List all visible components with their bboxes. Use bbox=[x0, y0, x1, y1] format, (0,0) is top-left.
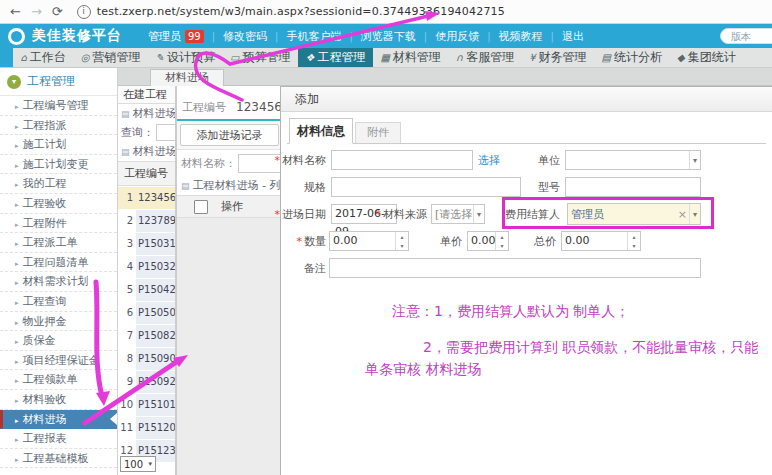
project-row[interactable]: 4P150321 bbox=[118, 256, 175, 278]
project-row[interactable]: 8P150902 bbox=[118, 348, 175, 370]
sidebar-item-project-number-mgmt[interactable]: ▸工程编号管理 bbox=[0, 96, 117, 116]
nav-tab-statistics[interactable]: ▤统计分析 bbox=[594, 48, 669, 67]
sidebar-item-my-projects[interactable]: ▸我的工程 bbox=[0, 174, 117, 194]
spin-up-icon[interactable]: ▴ bbox=[628, 232, 640, 241]
tab-material-entry[interactable]: 材料进场 bbox=[150, 69, 224, 86]
address-bar[interactable]: test.zxerp.net/system/w3/main.aspx?sessi… bbox=[97, 5, 505, 18]
settler-select[interactable]: 管理员×▾ bbox=[567, 203, 701, 225]
mobile-client-link[interactable]: 手机客户端 bbox=[286, 29, 341, 44]
sidebar-item-project-acceptance[interactable]: ▸工程验收 bbox=[0, 194, 117, 214]
nav-tab-workbench[interactable]: ⌂工作台 bbox=[13, 48, 73, 67]
spin-up-icon[interactable]: ▴ bbox=[496, 232, 508, 241]
sidebar-item-label: 施工计划 bbox=[23, 138, 67, 151]
sidebar-item-construction-plan[interactable]: ▸施工计划 bbox=[0, 135, 117, 155]
sidebar-item-property-deposit[interactable]: ▸物业押金 bbox=[0, 312, 117, 332]
chevron-down-icon[interactable]: ▾ bbox=[473, 205, 484, 223]
forward-icon[interactable]: → bbox=[31, 4, 42, 19]
refresh-icon[interactable]: ⟳ bbox=[52, 4, 63, 19]
nav-tab-materials[interactable]: ▦材料管理 bbox=[373, 48, 448, 67]
spinner-buttons[interactable]: ▴▾ bbox=[627, 232, 640, 250]
sidebar-item-construction-plan-change[interactable]: ▸施工计划变更 bbox=[0, 155, 117, 175]
sidebar-item-project-assign[interactable]: ▸工程指派 bbox=[0, 116, 117, 136]
sidebar-item-project-attachments[interactable]: ▸工程附件 bbox=[0, 214, 117, 234]
sidebar-item-label: 物业押金 bbox=[23, 315, 67, 328]
page-size-select[interactable]: 100▾ bbox=[120, 456, 156, 472]
choose-link[interactable]: 选择 bbox=[478, 153, 500, 168]
spin-down-icon[interactable]: ▾ bbox=[628, 241, 640, 250]
info-icon[interactable]: i bbox=[77, 5, 91, 19]
tab-attachments[interactable]: 附件 bbox=[355, 122, 401, 144]
nav-tab-group-statistics[interactable]: ◆集团统计 bbox=[670, 48, 744, 67]
total-stepper[interactable]: 0.00▴▾ bbox=[561, 231, 641, 251]
model-input[interactable] bbox=[565, 177, 701, 197]
qty-stepper[interactable]: 0.00▴▾ bbox=[329, 231, 409, 251]
clear-icon[interactable]: × bbox=[676, 208, 689, 221]
nav-tab-budget[interactable]: ▭预算管理 bbox=[222, 48, 297, 67]
spin-down-icon[interactable]: ▾ bbox=[496, 241, 508, 250]
grid-header: 操作 bbox=[177, 195, 282, 218]
sidebar-item-project-query[interactable]: ▸工程查询 bbox=[0, 292, 117, 312]
project-row[interactable]: 11P151209 bbox=[118, 417, 175, 439]
row-number: 9 bbox=[118, 371, 133, 393]
project-row[interactable]: 3P150317 bbox=[118, 233, 175, 255]
sidebar-item-project-templates[interactable]: ▸工程基础模板 bbox=[0, 449, 117, 469]
project-code: 123789 bbox=[136, 210, 175, 232]
nav-tab-finance[interactable]: ¥财务管理 bbox=[522, 48, 594, 67]
project-row[interactable]: 2123789 bbox=[118, 210, 175, 232]
spinner-buttons[interactable]: ▴▾ bbox=[495, 232, 508, 250]
triangle-marker-icon: ▸ bbox=[15, 417, 19, 425]
spec-input[interactable] bbox=[331, 177, 521, 197]
material-name-input[interactable] bbox=[331, 150, 473, 170]
sidebar-item-project-payment[interactable]: ▸工程领款单 bbox=[0, 370, 117, 390]
nav-tab-marketing[interactable]: ◎营销管理 bbox=[73, 48, 148, 67]
remark-input[interactable] bbox=[329, 258, 701, 278]
nav-tab-design-budget[interactable]: ✎设计预算 bbox=[148, 48, 222, 67]
version-button[interactable]: 版本 bbox=[720, 28, 772, 44]
select-all-checkbox[interactable] bbox=[194, 200, 208, 214]
back-icon[interactable]: ← bbox=[10, 4, 21, 19]
tab-active-projects[interactable]: 在建工程 bbox=[118, 86, 175, 104]
notification-badge[interactable]: 99 bbox=[185, 30, 204, 43]
sidebar-item-project-dispatch[interactable]: ▸工程派工单 bbox=[0, 233, 117, 253]
sidebar-item-warranty-deposit[interactable]: ▸质保金 bbox=[0, 331, 117, 351]
change-password-link[interactable]: 修改密码 bbox=[223, 29, 267, 44]
project-row[interactable]: 9P150924 bbox=[118, 371, 175, 393]
sidebar-item-label: 工程查询 bbox=[23, 295, 67, 308]
dialog-header[interactable]: 添加 bbox=[281, 87, 772, 112]
sidebar-header-engineering[interactable]: ▾ 工程管理 bbox=[0, 68, 117, 96]
sidebar-item-project-issues[interactable]: ▸工程问题清单 bbox=[0, 253, 117, 273]
tab-material-info[interactable]: 材料信息 bbox=[289, 118, 353, 144]
spin-up-icon[interactable]: ▴ bbox=[396, 232, 408, 241]
feedback-link[interactable]: 使用反馈 bbox=[435, 29, 479, 44]
project-row[interactable]: 6P150507 bbox=[118, 302, 175, 324]
unit-select[interactable]: ▾ bbox=[565, 150, 701, 170]
video-tutorial-link[interactable]: 视频教程 bbox=[499, 29, 543, 44]
nav-tab-engineering[interactable]: ❖工程管理 bbox=[298, 48, 373, 67]
project-row[interactable]: 1123456 bbox=[118, 187, 175, 209]
project-row[interactable]: 7P150825 bbox=[118, 325, 175, 347]
required-mark: * bbox=[275, 208, 281, 221]
chevron-down-icon[interactable]: ▾ bbox=[689, 151, 700, 169]
sidebar-item-material-entry[interactable]: ▸材料进场 bbox=[0, 410, 117, 430]
spin-down-icon[interactable]: ▾ bbox=[396, 241, 408, 250]
project-search-input[interactable] bbox=[156, 124, 175, 141]
content-tab-strip: 材料进场 bbox=[118, 68, 772, 86]
sidebar-item-pm-deposit[interactable]: ▸项目经理保证金 bbox=[0, 351, 117, 371]
price-stepper[interactable]: 0.00▴▾ bbox=[467, 231, 509, 251]
sidebar-item-material-acceptance[interactable]: ▸材料验收 bbox=[0, 390, 117, 410]
username[interactable]: 管理员 bbox=[148, 29, 181, 44]
project-row[interactable]: 5P150425 bbox=[118, 279, 175, 301]
spinner-buttons[interactable]: ▴▾ bbox=[395, 232, 408, 250]
sidebar-item-material-demand-plan[interactable]: ▸材料需求计划 bbox=[0, 272, 117, 292]
browser-download-link[interactable]: 浏览器下载 bbox=[361, 29, 416, 44]
chevron-down-icon[interactable]: ▾ bbox=[689, 204, 700, 224]
logout-link[interactable]: 退出 bbox=[562, 29, 584, 44]
project-row[interactable]: 10P151010 bbox=[118, 394, 175, 416]
nav-label: 工程管理 bbox=[317, 48, 365, 67]
sidebar-item-project-reports[interactable]: ▸工程报表 bbox=[0, 429, 117, 449]
entry-toolbar: 添加进场记录 bbox=[177, 121, 282, 150]
source-select[interactable]: [请选择]▾ bbox=[431, 204, 485, 224]
nav-tab-customer-service[interactable]: ∩客服管理 bbox=[448, 48, 521, 67]
project-column-header[interactable]: 工程编号 bbox=[118, 161, 175, 186]
add-entry-record-button[interactable]: 添加进场记录 bbox=[180, 124, 279, 146]
